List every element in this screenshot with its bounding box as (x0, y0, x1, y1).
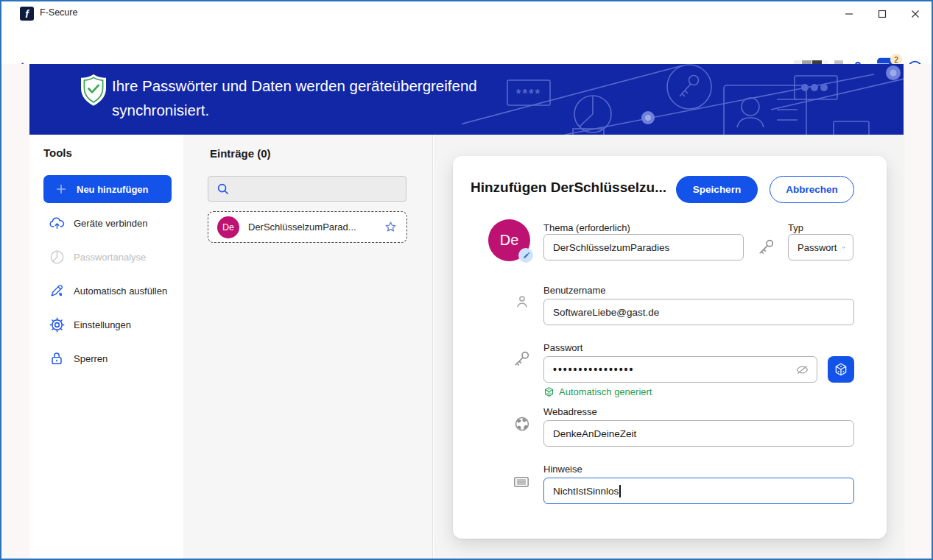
favorite-star-icon[interactable] (384, 220, 398, 234)
sidebar-item-einstellungen[interactable]: Einstellungen (43, 313, 176, 336)
gear-icon (48, 316, 66, 333)
text-caret (619, 485, 621, 497)
sync-banner: **** Ihre Passwörter und Daten werden ge… (29, 64, 904, 135)
key-icon (756, 238, 775, 257)
password-key-icon (512, 350, 531, 369)
username-input[interactable] (543, 299, 854, 325)
topic-label: Thema (erforderlich) (543, 222, 630, 233)
password-label: Passwort (543, 342, 582, 353)
entries-search[interactable] (208, 176, 406, 202)
search-icon (216, 182, 230, 196)
globe-icon (513, 415, 531, 433)
generate-password-button[interactable] (828, 356, 854, 383)
edit-avatar-button[interactable] (518, 248, 533, 263)
web-address-input[interactable] (543, 420, 854, 447)
notes-label: Hinweise (543, 464, 582, 475)
add-new-label: Neu hinzufügen (77, 184, 149, 195)
notes-input[interactable]: NichtIstSinnlos (543, 478, 854, 504)
tools-sidebar: Tools Neu hinzufügen Geräte verbinden Pa… (29, 135, 183, 559)
notes-icon (513, 473, 530, 491)
maximize-button[interactable] (865, 1, 898, 26)
dice-icon (834, 362, 848, 377)
type-label: Typ (788, 222, 803, 233)
entry-list-item[interactable]: De DerSchlüsselzumParad... (208, 211, 407, 243)
web-address-label: Webadresse (543, 406, 597, 417)
save-button[interactable]: Speichern (676, 176, 758, 203)
search-input[interactable] (236, 177, 406, 201)
entry-avatar: De (217, 216, 239, 238)
topic-input[interactable] (543, 234, 744, 260)
entry-avatar-large: De (488, 219, 530, 261)
entry-label: DerSchlüsselzumParad... (248, 221, 375, 233)
card-title: Hinzufügen DerSchlüsselzu... (471, 180, 677, 196)
shield-check-icon (80, 74, 108, 107)
sidebar-item-passwortanalyse[interactable]: Passwortanalyse (43, 245, 176, 269)
entries-panel: Einträge (0) De DerSchlüsselzumParad... (183, 135, 433, 559)
pencil-icon (522, 252, 530, 260)
chevron-down-icon (842, 243, 846, 252)
type-select[interactable]: Passwort (788, 234, 853, 260)
app-header: Passworttresor 2 ? (1, 26, 932, 64)
f-secure-logo-icon: f (20, 7, 34, 21)
password-analysis-icon (48, 248, 66, 266)
minimize-button[interactable] (832, 1, 865, 26)
add-new-button[interactable]: Neu hinzufügen (43, 175, 172, 203)
maximize-icon (878, 10, 887, 18)
eye-slash-icon (795, 362, 810, 378)
username-label: Benutzername (543, 285, 606, 296)
generated-dice-icon (543, 386, 554, 397)
close-button[interactable] (898, 1, 932, 26)
titlebar: f F-Secure (1, 1, 932, 26)
tools-heading: Tools (43, 146, 72, 159)
sidebar-item-geraete-verbinden[interactable]: Geräte verbinden (43, 211, 176, 235)
username-person-icon (513, 293, 531, 311)
show-password-button[interactable] (795, 362, 810, 380)
sidebar-item-sperren[interactable]: Sperren (43, 347, 176, 370)
window-controls (832, 1, 932, 26)
f-secure-window: { "window": { "app_name": "F-Secure" }, … (0, 0, 933, 560)
left-gutter (1, 64, 29, 559)
lock-icon (48, 350, 66, 367)
cancel-button[interactable]: Abbrechen (770, 176, 854, 203)
plus-icon (55, 183, 67, 195)
password-input[interactable] (543, 356, 817, 383)
cloud-connect-icon (48, 214, 66, 232)
app-title: F-Secure (40, 7, 77, 18)
entries-heading: Einträge (0) (210, 147, 271, 160)
right-gutter (904, 64, 932, 559)
sidebar-item-automatisch-ausfuellen[interactable]: Automatisch ausfüllen (43, 279, 176, 302)
minimize-icon (845, 10, 853, 18)
sync-message: Ihre Passwörter und Daten werden geräteü… (112, 74, 539, 122)
autofill-pen-icon (48, 282, 66, 300)
add-entry-card: Hinzufügen DerSchlüsselzu... Speichern A… (453, 156, 887, 539)
close-icon (911, 10, 920, 18)
password-generated-note: Automatisch generiert (543, 386, 652, 397)
